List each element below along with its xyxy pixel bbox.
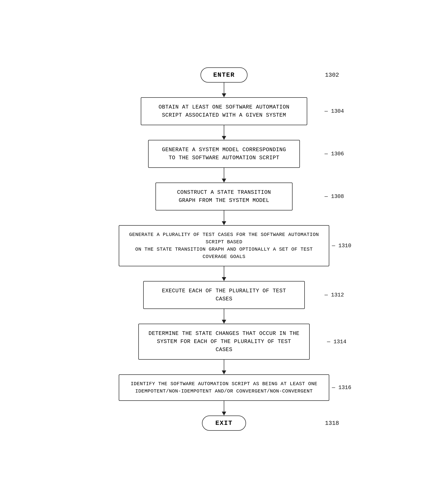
step-1308: CONSTRUCT A STATE TRANSITION GRAPH FROM … bbox=[156, 183, 292, 210]
ref-1318: 1318 bbox=[325, 420, 339, 427]
step-1312: EXECUTE EACH OF THE PLURALITY OF TEST CA… bbox=[143, 281, 305, 309]
ref-1306: — 1306 bbox=[325, 151, 344, 157]
step-1306-wrap: GENERATE A SYSTEM MODEL CORRESPONDING TO… bbox=[94, 140, 354, 168]
ref-1314: — 1314 bbox=[327, 339, 346, 345]
step-1316-wrap: IDENTIFY THE SOFTWARE AUTOMATION SCRIPT … bbox=[94, 374, 354, 401]
ref-1312: — 1312 bbox=[325, 292, 344, 298]
step-1316: IDENTIFY THE SOFTWARE AUTOMATION SCRIPT … bbox=[119, 374, 329, 401]
step-1306: GENERATE A SYSTEM MODEL CORRESPONDING TO… bbox=[148, 140, 300, 168]
exit-terminal: EXIT bbox=[202, 416, 246, 431]
arrow-7 bbox=[222, 360, 226, 374]
arrow-4 bbox=[222, 210, 226, 225]
flowchart-diagram: ENTER 1302 OBTAIN AT LEAST ONE SOFTWARE … bbox=[89, 53, 359, 450]
arrow-6 bbox=[222, 309, 226, 324]
step-1314-wrap: DETERMINE THE STATE CHANGES THAT OCCUR I… bbox=[94, 324, 354, 360]
step-1308-wrap: CONSTRUCT A STATE TRANSITION GRAPH FROM … bbox=[94, 183, 354, 210]
step-1304-wrap: OBTAIN AT LEAST ONE SOFTWARE AUTOMATION … bbox=[94, 97, 354, 125]
enter-terminal: ENTER bbox=[201, 67, 247, 83]
ref-1304: — 1304 bbox=[325, 108, 344, 114]
arrow-2 bbox=[222, 125, 226, 140]
step-1310-wrap: GENERATE A PLURALITY OF TEST CASES FOR T… bbox=[94, 225, 354, 266]
ref-1310: — 1310 bbox=[332, 243, 351, 249]
ref-1302: 1302 bbox=[325, 72, 339, 78]
arrow-8 bbox=[222, 401, 226, 416]
exit-node-wrap: EXIT 1318 bbox=[94, 416, 354, 431]
step-1310: GENERATE A PLURALITY OF TEST CASES FOR T… bbox=[119, 225, 329, 266]
step-1304: OBTAIN AT LEAST ONE SOFTWARE AUTOMATION … bbox=[141, 97, 307, 125]
ref-1308: — 1308 bbox=[325, 194, 344, 200]
step-1312-wrap: EXECUTE EACH OF THE PLURALITY OF TEST CA… bbox=[94, 281, 354, 309]
enter-node-wrap: ENTER 1302 bbox=[94, 67, 354, 83]
ref-1316: — 1316 bbox=[332, 385, 351, 391]
arrow-1 bbox=[222, 83, 226, 97]
step-1314: DETERMINE THE STATE CHANGES THAT OCCUR I… bbox=[138, 324, 310, 360]
arrow-5 bbox=[222, 266, 226, 281]
arrow-3 bbox=[222, 168, 226, 183]
